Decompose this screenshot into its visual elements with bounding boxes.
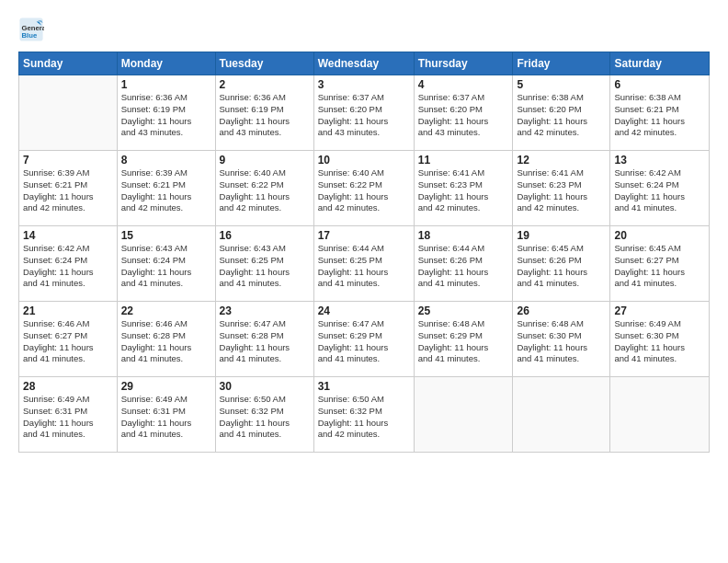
calendar-cell: 26Sunrise: 6:48 AM Sunset: 6:30 PM Dayli…: [513, 302, 610, 377]
day-number: 20: [614, 229, 705, 242]
calendar-cell: 3Sunrise: 6:37 AM Sunset: 6:20 PM Daylig…: [313, 75, 414, 151]
page: General Blue SundayMondayTuesdayWednesda…: [0, 0, 728, 563]
calendar-cell: 12Sunrise: 6:41 AM Sunset: 6:23 PM Dayli…: [513, 151, 610, 226]
logo-icon: General Blue: [18, 17, 44, 42]
day-number: 7: [23, 154, 113, 167]
day-number: 2: [220, 78, 310, 91]
calendar-cell: 11Sunrise: 6:41 AM Sunset: 6:23 PM Dayli…: [414, 151, 513, 226]
calendar-cell: 21Sunrise: 6:46 AM Sunset: 6:27 PM Dayli…: [19, 302, 118, 377]
calendar-cell: 24Sunrise: 6:47 AM Sunset: 6:29 PM Dayli…: [313, 302, 414, 377]
day-number: 11: [418, 154, 509, 167]
calendar-cell: 10Sunrise: 6:40 AM Sunset: 6:22 PM Dayli…: [313, 151, 414, 226]
day-info: Sunrise: 6:45 AM Sunset: 6:26 PM Dayligh…: [517, 243, 606, 290]
day-number: 21: [23, 304, 113, 317]
calendar-cell: [414, 377, 513, 453]
day-number: 13: [614, 154, 705, 167]
calendar-week-row: 21Sunrise: 6:46 AM Sunset: 6:27 PM Dayli…: [19, 302, 710, 377]
day-number: 1: [121, 78, 211, 91]
calendar-header-row: SundayMondayTuesdayWednesdayThursdayFrid…: [19, 52, 710, 75]
day-info: Sunrise: 6:43 AM Sunset: 6:24 PM Dayligh…: [121, 243, 211, 290]
calendar-cell: 22Sunrise: 6:46 AM Sunset: 6:28 PM Dayli…: [117, 302, 215, 377]
day-info: Sunrise: 6:49 AM Sunset: 6:31 PM Dayligh…: [23, 394, 113, 441]
calendar-cell: 14Sunrise: 6:42 AM Sunset: 6:24 PM Dayli…: [19, 226, 118, 302]
day-info: Sunrise: 6:38 AM Sunset: 6:21 PM Dayligh…: [614, 92, 705, 139]
calendar-cell: 27Sunrise: 6:49 AM Sunset: 6:30 PM Dayli…: [610, 302, 710, 377]
day-number: 15: [121, 229, 211, 242]
header: General Blue: [18, 17, 710, 42]
day-info: Sunrise: 6:40 AM Sunset: 6:22 PM Dayligh…: [318, 167, 410, 214]
day-number: 30: [220, 380, 310, 393]
calendar-cell: 19Sunrise: 6:45 AM Sunset: 6:26 PM Dayli…: [513, 226, 610, 302]
calendar-cell: 29Sunrise: 6:49 AM Sunset: 6:31 PM Dayli…: [117, 377, 215, 453]
day-info: Sunrise: 6:39 AM Sunset: 6:21 PM Dayligh…: [121, 167, 211, 214]
day-number: 16: [220, 229, 310, 242]
calendar-cell: [19, 75, 118, 151]
day-info: Sunrise: 6:43 AM Sunset: 6:25 PM Dayligh…: [220, 243, 310, 290]
calendar-cell: 23Sunrise: 6:47 AM Sunset: 6:28 PM Dayli…: [215, 302, 313, 377]
day-number: 28: [23, 380, 113, 393]
calendar-cell: 1Sunrise: 6:36 AM Sunset: 6:19 PM Daylig…: [117, 75, 215, 151]
day-number: 25: [418, 304, 509, 317]
day-number: 29: [121, 380, 211, 393]
day-info: Sunrise: 6:46 AM Sunset: 6:28 PM Dayligh…: [121, 318, 211, 365]
day-number: 18: [418, 229, 509, 242]
calendar-cell: 5Sunrise: 6:38 AM Sunset: 6:20 PM Daylig…: [513, 75, 610, 151]
day-number: 22: [121, 304, 211, 317]
day-number: 10: [318, 154, 410, 167]
calendar-cell: 31Sunrise: 6:50 AM Sunset: 6:32 PM Dayli…: [313, 377, 414, 453]
day-info: Sunrise: 6:37 AM Sunset: 6:20 PM Dayligh…: [318, 92, 410, 139]
day-info: Sunrise: 6:44 AM Sunset: 6:25 PM Dayligh…: [318, 243, 410, 290]
calendar-cell: 6Sunrise: 6:38 AM Sunset: 6:21 PM Daylig…: [610, 75, 710, 151]
calendar-week-row: 1Sunrise: 6:36 AM Sunset: 6:19 PM Daylig…: [19, 75, 710, 151]
calendar-day-header: Thursday: [414, 52, 513, 75]
day-number: 14: [23, 229, 113, 242]
day-info: Sunrise: 6:36 AM Sunset: 6:19 PM Dayligh…: [220, 92, 310, 139]
day-info: Sunrise: 6:41 AM Sunset: 6:23 PM Dayligh…: [418, 167, 509, 214]
day-info: Sunrise: 6:47 AM Sunset: 6:28 PM Dayligh…: [220, 318, 310, 365]
day-number: 17: [318, 229, 410, 242]
calendar-week-row: 7Sunrise: 6:39 AM Sunset: 6:21 PM Daylig…: [19, 151, 710, 226]
calendar-cell: 2Sunrise: 6:36 AM Sunset: 6:19 PM Daylig…: [215, 75, 313, 151]
calendar-cell: 17Sunrise: 6:44 AM Sunset: 6:25 PM Dayli…: [313, 226, 414, 302]
calendar-cell: 18Sunrise: 6:44 AM Sunset: 6:26 PM Dayli…: [414, 226, 513, 302]
calendar-cell: [610, 377, 710, 453]
calendar-cell: 7Sunrise: 6:39 AM Sunset: 6:21 PM Daylig…: [19, 151, 118, 226]
day-info: Sunrise: 6:36 AM Sunset: 6:19 PM Dayligh…: [121, 92, 211, 139]
calendar-cell: 9Sunrise: 6:40 AM Sunset: 6:22 PM Daylig…: [215, 151, 313, 226]
day-info: Sunrise: 6:46 AM Sunset: 6:27 PM Dayligh…: [23, 318, 113, 365]
day-number: 24: [318, 304, 410, 317]
calendar-week-row: 14Sunrise: 6:42 AM Sunset: 6:24 PM Dayli…: [19, 226, 710, 302]
calendar-day-header: Tuesday: [215, 52, 313, 75]
day-info: Sunrise: 6:39 AM Sunset: 6:21 PM Dayligh…: [23, 167, 113, 214]
day-info: Sunrise: 6:45 AM Sunset: 6:27 PM Dayligh…: [614, 243, 705, 290]
day-info: Sunrise: 6:44 AM Sunset: 6:26 PM Dayligh…: [418, 243, 509, 290]
day-info: Sunrise: 6:48 AM Sunset: 6:30 PM Dayligh…: [517, 318, 606, 365]
calendar-cell: 25Sunrise: 6:48 AM Sunset: 6:29 PM Dayli…: [414, 302, 513, 377]
calendar-cell: [513, 377, 610, 453]
day-number: 9: [220, 154, 310, 167]
calendar-cell: 15Sunrise: 6:43 AM Sunset: 6:24 PM Dayli…: [117, 226, 215, 302]
day-info: Sunrise: 6:38 AM Sunset: 6:20 PM Dayligh…: [517, 92, 606, 139]
calendar-table: SundayMondayTuesdayWednesdayThursdayFrid…: [18, 52, 710, 453]
day-info: Sunrise: 6:37 AM Sunset: 6:20 PM Dayligh…: [418, 92, 509, 139]
calendar-cell: 13Sunrise: 6:42 AM Sunset: 6:24 PM Dayli…: [610, 151, 710, 226]
day-info: Sunrise: 6:40 AM Sunset: 6:22 PM Dayligh…: [220, 167, 310, 214]
calendar-cell: 20Sunrise: 6:45 AM Sunset: 6:27 PM Dayli…: [610, 226, 710, 302]
day-number: 5: [517, 78, 606, 91]
svg-text:Blue: Blue: [22, 31, 38, 40]
day-number: 23: [220, 304, 310, 317]
day-number: 6: [614, 78, 705, 91]
day-number: 3: [318, 78, 410, 91]
calendar-cell: 16Sunrise: 6:43 AM Sunset: 6:25 PM Dayli…: [215, 226, 313, 302]
day-number: 8: [121, 154, 211, 167]
calendar-cell: 28Sunrise: 6:49 AM Sunset: 6:31 PM Dayli…: [19, 377, 118, 453]
day-info: Sunrise: 6:42 AM Sunset: 6:24 PM Dayligh…: [23, 243, 113, 290]
calendar-day-header: Wednesday: [313, 52, 414, 75]
day-info: Sunrise: 6:49 AM Sunset: 6:30 PM Dayligh…: [614, 318, 705, 365]
day-info: Sunrise: 6:48 AM Sunset: 6:29 PM Dayligh…: [418, 318, 509, 365]
day-info: Sunrise: 6:47 AM Sunset: 6:29 PM Dayligh…: [318, 318, 410, 365]
calendar-day-header: Friday: [513, 52, 610, 75]
day-info: Sunrise: 6:42 AM Sunset: 6:24 PM Dayligh…: [614, 167, 705, 214]
calendar-cell: 8Sunrise: 6:39 AM Sunset: 6:21 PM Daylig…: [117, 151, 215, 226]
day-number: 27: [614, 304, 705, 317]
